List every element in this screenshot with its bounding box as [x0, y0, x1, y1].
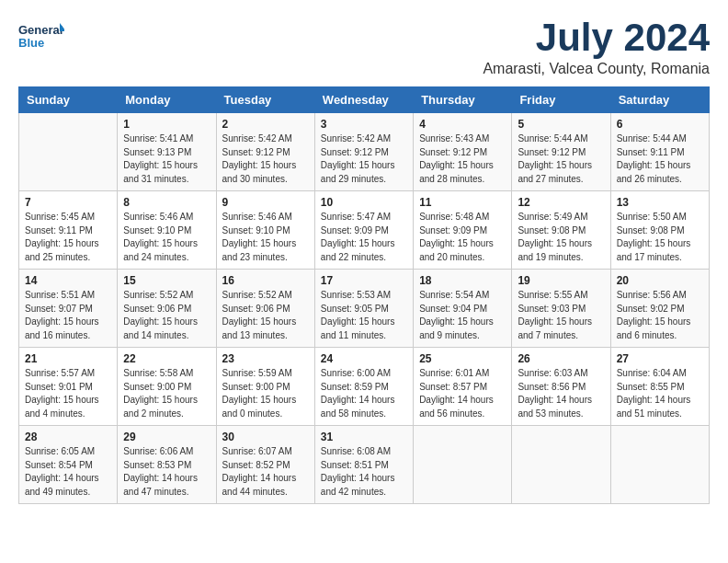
day-info: Sunrise: 6:03 AM Sunset: 8:56 PM Dayligh… [518, 367, 604, 420]
day-number: 30 [222, 431, 309, 443]
day-number: 15 [123, 274, 210, 287]
day-number: 9 [222, 196, 309, 209]
calendar-cell: 16Sunrise: 5:52 AM Sunset: 9:06 PM Dayli… [216, 270, 314, 348]
day-number: 24 [321, 352, 407, 365]
calendar-cell: 6Sunrise: 5:44 AM Sunset: 9:11 PM Daylig… [610, 113, 709, 191]
day-info: Sunrise: 5:44 AM Sunset: 9:11 PM Dayligh… [617, 132, 703, 186]
day-info: Sunrise: 5:52 AM Sunset: 9:06 PM Dayligh… [123, 289, 210, 342]
day-info: Sunrise: 5:47 AM Sunset: 9:09 PM Dayligh… [321, 211, 407, 264]
calendar-cell: 27Sunrise: 6:04 AM Sunset: 8:55 PM Dayli… [610, 348, 709, 426]
day-info: Sunrise: 5:56 AM Sunset: 9:02 PM Dayligh… [617, 289, 703, 342]
col-header-saturday: Saturday [610, 87, 709, 113]
calendar-cell: 12Sunrise: 5:49 AM Sunset: 9:08 PM Dayli… [512, 191, 610, 270]
day-number: 26 [518, 352, 604, 365]
day-number: 31 [321, 431, 407, 443]
day-number: 21 [25, 352, 111, 365]
day-info: Sunrise: 5:48 AM Sunset: 9:09 PM Dayligh… [419, 211, 506, 264]
day-info: Sunrise: 6:05 AM Sunset: 8:54 PM Dayligh… [25, 445, 111, 499]
calendar-cell [512, 426, 610, 504]
calendar-cell: 18Sunrise: 5:54 AM Sunset: 9:04 PM Dayli… [414, 270, 512, 348]
col-header-wednesday: Wednesday [314, 87, 413, 113]
calendar-cell: 1Sunrise: 5:41 AM Sunset: 9:13 PM Daylig… [118, 113, 216, 191]
calendar-cell [610, 426, 709, 504]
day-info: Sunrise: 6:06 AM Sunset: 8:53 PM Dayligh… [123, 445, 210, 499]
day-number: 11 [419, 196, 506, 209]
day-info: Sunrise: 5:54 AM Sunset: 9:04 PM Dayligh… [419, 289, 506, 342]
calendar-cell: 2Sunrise: 5:42 AM Sunset: 9:12 PM Daylig… [216, 113, 314, 191]
day-info: Sunrise: 6:08 AM Sunset: 8:51 PM Dayligh… [321, 445, 407, 499]
day-number: 12 [518, 196, 604, 209]
calendar-cell: 9Sunrise: 5:46 AM Sunset: 9:10 PM Daylig… [216, 191, 314, 270]
day-info: Sunrise: 5:57 AM Sunset: 9:01 PM Dayligh… [25, 367, 111, 420]
day-number: 18 [419, 274, 506, 287]
day-number: 29 [123, 431, 210, 443]
svg-text:Blue: Blue [18, 36, 44, 50]
calendar-cell: 24Sunrise: 6:00 AM Sunset: 8:59 PM Dayli… [314, 348, 413, 426]
calendar-week-row: 28Sunrise: 6:05 AM Sunset: 8:54 PM Dayli… [19, 426, 710, 504]
calendar-cell: 10Sunrise: 5:47 AM Sunset: 9:09 PM Dayli… [314, 191, 413, 270]
day-info: Sunrise: 5:46 AM Sunset: 9:10 PM Dayligh… [123, 211, 210, 264]
day-info: Sunrise: 5:41 AM Sunset: 9:13 PM Dayligh… [123, 132, 210, 186]
day-info: Sunrise: 5:46 AM Sunset: 9:10 PM Dayligh… [222, 211, 309, 264]
calendar-cell: 30Sunrise: 6:07 AM Sunset: 8:52 PM Dayli… [216, 426, 314, 504]
svg-text:General: General [18, 23, 63, 37]
calendar-cell: 4Sunrise: 5:43 AM Sunset: 9:12 PM Daylig… [414, 113, 512, 191]
calendar-cell: 15Sunrise: 5:52 AM Sunset: 9:06 PM Dayli… [118, 270, 216, 348]
day-number: 4 [419, 118, 506, 131]
calendar-cell: 23Sunrise: 5:59 AM Sunset: 9:00 PM Dayli… [216, 348, 314, 426]
day-number: 23 [222, 352, 309, 365]
location-title: Amarasti, Valcea County, Romania [483, 61, 710, 77]
day-info: Sunrise: 6:07 AM Sunset: 8:52 PM Dayligh… [222, 445, 309, 499]
month-title: July 2024 [483, 18, 710, 57]
calendar-cell: 17Sunrise: 5:53 AM Sunset: 9:05 PM Dayli… [314, 270, 413, 348]
calendar-week-row: 7Sunrise: 5:45 AM Sunset: 9:11 PM Daylig… [19, 191, 710, 270]
col-header-thursday: Thursday [414, 87, 512, 113]
title-block: July 2024 Amarasti, Valcea County, Roman… [483, 18, 710, 77]
day-info: Sunrise: 5:50 AM Sunset: 9:08 PM Dayligh… [617, 211, 703, 264]
day-number: 14 [25, 274, 111, 287]
col-header-monday: Monday [118, 87, 216, 113]
calendar-cell: 3Sunrise: 5:42 AM Sunset: 9:12 PM Daylig… [314, 113, 413, 191]
day-info: Sunrise: 5:53 AM Sunset: 9:05 PM Dayligh… [321, 289, 407, 342]
day-number: 5 [518, 118, 604, 131]
day-number: 25 [419, 352, 506, 365]
day-info: Sunrise: 5:42 AM Sunset: 9:12 PM Dayligh… [321, 132, 407, 186]
calendar-cell: 29Sunrise: 6:06 AM Sunset: 8:53 PM Dayli… [118, 426, 216, 504]
day-info: Sunrise: 5:58 AM Sunset: 9:00 PM Dayligh… [123, 367, 210, 420]
day-info: Sunrise: 5:49 AM Sunset: 9:08 PM Dayligh… [518, 211, 604, 264]
calendar-header-row: SundayMondayTuesdayWednesdayThursdayFrid… [19, 87, 710, 113]
calendar-cell: 19Sunrise: 5:55 AM Sunset: 9:03 PM Dayli… [512, 270, 610, 348]
page-header: General Blue July 2024 Amarasti, Valcea … [18, 18, 710, 77]
day-number: 6 [617, 118, 703, 131]
day-number: 10 [321, 196, 407, 209]
logo-svg: General Blue [18, 18, 64, 55]
day-info: Sunrise: 5:44 AM Sunset: 9:12 PM Dayligh… [518, 132, 604, 186]
calendar-cell: 7Sunrise: 5:45 AM Sunset: 9:11 PM Daylig… [19, 191, 118, 270]
calendar-week-row: 1Sunrise: 5:41 AM Sunset: 9:13 PM Daylig… [19, 113, 710, 191]
day-info: Sunrise: 5:51 AM Sunset: 9:07 PM Dayligh… [25, 289, 111, 342]
day-number: 22 [123, 352, 210, 365]
day-info: Sunrise: 5:55 AM Sunset: 9:03 PM Dayligh… [518, 289, 604, 342]
day-number: 28 [25, 431, 111, 443]
day-number: 7 [25, 196, 111, 209]
calendar-cell: 8Sunrise: 5:46 AM Sunset: 9:10 PM Daylig… [118, 191, 216, 270]
day-number: 2 [222, 118, 309, 131]
day-number: 27 [617, 352, 703, 365]
calendar-cell: 25Sunrise: 6:01 AM Sunset: 8:57 PM Dayli… [414, 348, 512, 426]
day-info: Sunrise: 5:42 AM Sunset: 9:12 PM Dayligh… [222, 132, 309, 186]
col-header-friday: Friday [512, 87, 610, 113]
calendar-cell: 26Sunrise: 6:03 AM Sunset: 8:56 PM Dayli… [512, 348, 610, 426]
day-number: 8 [123, 196, 210, 209]
day-info: Sunrise: 6:01 AM Sunset: 8:57 PM Dayligh… [419, 367, 506, 420]
calendar-cell: 13Sunrise: 5:50 AM Sunset: 9:08 PM Dayli… [610, 191, 709, 270]
day-number: 13 [617, 196, 703, 209]
day-info: Sunrise: 5:59 AM Sunset: 9:00 PM Dayligh… [222, 367, 309, 420]
day-number: 3 [321, 118, 407, 131]
day-number: 20 [617, 274, 703, 287]
calendar-cell: 28Sunrise: 6:05 AM Sunset: 8:54 PM Dayli… [19, 426, 118, 504]
day-info: Sunrise: 6:04 AM Sunset: 8:55 PM Dayligh… [617, 367, 703, 420]
day-number: 16 [222, 274, 309, 287]
calendar-cell: 11Sunrise: 5:48 AM Sunset: 9:09 PM Dayli… [414, 191, 512, 270]
day-info: Sunrise: 5:52 AM Sunset: 9:06 PM Dayligh… [222, 289, 309, 342]
day-info: Sunrise: 6:00 AM Sunset: 8:59 PM Dayligh… [321, 367, 407, 420]
